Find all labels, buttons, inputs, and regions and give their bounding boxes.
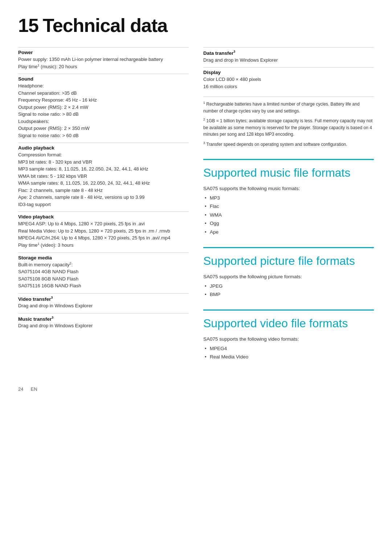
footer-lang: EN <box>30 386 37 392</box>
supported-picture-section: Supported picture file formats SA075 sup… <box>203 247 374 299</box>
section-video-playback-content: MPEG4 ASP: Up to 4 Mbps, 1280 × 720 pixe… <box>18 220 189 249</box>
right-column: Data transfer3 Drag and drop in Windows … <box>203 47 374 372</box>
footnote-2: 2 1GB = 1 billion bytes; available stora… <box>203 117 374 138</box>
supported-video-section: Supported video file formats SA075 suppo… <box>203 309 374 361</box>
supported-picture-list: JPEG BMP <box>203 282 374 299</box>
supported-video-intro: SA075 supports the following video forma… <box>203 335 374 343</box>
section-data-transfer-content: Drag and drop in Windows Explorer <box>203 57 374 64</box>
page-container: 15Technical data Power Power supply: 135… <box>18 15 374 392</box>
supported-video-list: MPEG4 Real Media Video <box>203 345 374 361</box>
list-item: MP3 <box>203 194 374 202</box>
list-item: Real Media Video <box>203 353 374 361</box>
footnotes-box: 1 Rechargeable batteries have a limited … <box>203 97 374 148</box>
section-music-transfer-content: Drag and drop in Windows Explorer <box>18 322 189 329</box>
list-item: Flac <box>203 202 374 210</box>
section-sound-content: Headphone: Channel separation: >35 dB Fr… <box>18 82 189 139</box>
section-video-playback-title: Video playback <box>18 214 189 219</box>
supported-picture-title: Supported picture file formats <box>203 254 374 268</box>
section-data-transfer: Data transfer3 Drag and drop in Windows … <box>203 47 374 66</box>
section-power-content: Power supply: 1350 mAh Li-ion polymer in… <box>18 56 189 70</box>
section-music-transfer: Music transfer3 Drag and drop in Windows… <box>18 313 189 332</box>
page-title: 15Technical data <box>18 15 374 36</box>
section-sound-title: Sound <box>18 76 189 82</box>
section-music-transfer-title: Music transfer3 <box>18 316 189 322</box>
footnote-3: 3 Transfer speed depends on operating sy… <box>203 141 374 148</box>
section-power-title: Power <box>18 50 189 55</box>
supported-music-body: SA075 supports the following music forma… <box>203 185 374 236</box>
supported-video-body: SA075 supports the following video forma… <box>203 335 374 361</box>
list-item: Ape <box>203 228 374 236</box>
supported-picture-intro: SA075 supports the following picture for… <box>203 273 374 281</box>
list-item: MPEG4 <box>203 345 374 353</box>
left-column: Power Power supply: 1350 mAh Li-ion poly… <box>18 47 189 372</box>
footer-page-number: 24 <box>18 386 23 392</box>
footnote-1: 1 Rechargeable batteries have a limited … <box>203 100 374 114</box>
section-display-title: Display <box>203 70 374 75</box>
supported-music-section: Supported music file formats SA075 suppo… <box>203 159 374 236</box>
content-columns: Power Power supply: 1350 mAh Li-ion poly… <box>18 47 374 372</box>
section-video-playback: Video playback MPEG4 ASP: Up to 4 Mbps, … <box>18 212 189 251</box>
list-item: JPEG <box>203 282 374 290</box>
section-sound: Sound Headphone: Channel separation: >35… <box>18 74 189 142</box>
section-audio-playback: Audio playback Compression format: MP3 b… <box>18 143 189 211</box>
supported-music-title: Supported music file formats <box>203 166 374 180</box>
supported-picture-body: SA075 supports the following picture for… <box>203 273 374 299</box>
section-audio-playback-content: Compression format: MP3 bit rates: 8 - 3… <box>18 151 189 208</box>
title-text: Technical data <box>43 15 167 36</box>
section-power: Power Power supply: 1350 mAh Li-ion poly… <box>18 47 189 73</box>
section-video-transfer-title: Video transfer3 <box>18 296 189 302</box>
supported-video-title: Supported video file formats <box>203 316 374 330</box>
section-video-transfer-content: Drag and drop in Windows Explorer <box>18 302 189 309</box>
section-audio-playback-title: Audio playback <box>18 145 189 151</box>
section-data-transfer-title: Data transfer3 <box>203 50 374 56</box>
section-storage-media-title: Storage media <box>18 255 189 260</box>
section-display: Display Color LCD 800 × 480 pixels 16 mi… <box>203 67 374 93</box>
section-video-transfer: Video transfer3 Drag and drop in Windows… <box>18 293 189 312</box>
supported-music-intro: SA075 supports the following music forma… <box>203 185 374 193</box>
page-footer: 24 EN <box>18 386 374 392</box>
section-display-content: Color LCD 800 × 480 pixels 16 million co… <box>203 76 374 90</box>
list-item: WMA <box>203 211 374 219</box>
list-item: Ogg <box>203 219 374 227</box>
section-storage-media-content: Built-in memory capacity2: SA075104 4GB … <box>18 261 189 290</box>
chapter-number: 15 <box>18 15 38 36</box>
section-storage-media: Storage media Built-in memory capacity2:… <box>18 253 189 292</box>
supported-music-list: MP3 Flac WMA Ogg Ape <box>203 194 374 236</box>
list-item: BMP <box>203 291 374 299</box>
